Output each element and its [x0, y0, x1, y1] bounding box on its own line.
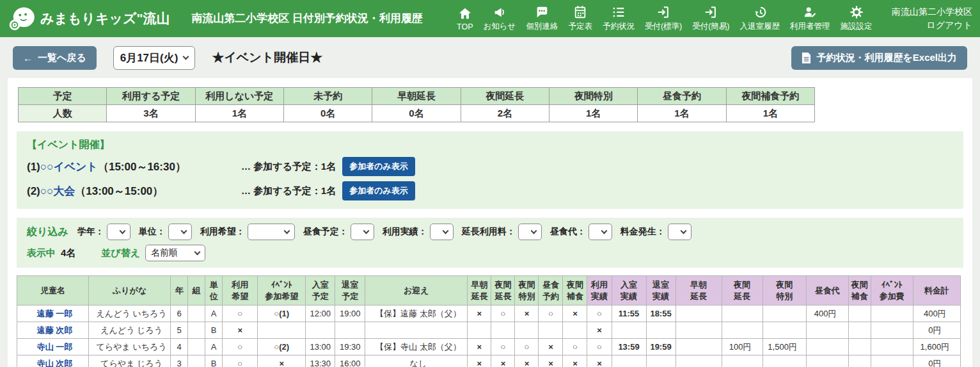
nav-item-利用者管理[interactable]: 利用者管理	[785, 5, 835, 32]
table-cell: えんどう いちろう	[89, 306, 171, 322]
column-header: 昼食代	[806, 276, 848, 306]
nav-item-入退室履歴[interactable]: 入退室履歴	[735, 5, 786, 32]
table-cell	[491, 322, 515, 339]
back-to-list-button[interactable]: ← 一覧へ戻る	[13, 46, 97, 70]
child-name-link[interactable]: 寺山 次郎	[37, 359, 73, 367]
table-cell: 0円	[913, 355, 960, 367]
table-cell: ×	[468, 339, 491, 355]
summary-table: 予定利用する予定利用しない予定未予約早朝延長夜間延長夜間特別昼食予約夜間補食予約…	[18, 87, 815, 122]
nav-item-受付(簡易)[interactable]: 受付(簡易)	[687, 5, 734, 32]
snail-logo-icon	[8, 4, 36, 33]
filter-section: 絞り込み 学年：単位：利用希望：昼食予定：利用実績：延長利用料：昼食代：料金発生…	[17, 218, 963, 268]
toolbar: ← 一覧へ戻る 6月17日(火) ★イベント開催日★ 予約状況・利用履歴をExc…	[0, 37, 980, 78]
excel-export-button[interactable]: 予約状況・利用履歴をExcel出力	[791, 46, 967, 70]
summary-header-row: 予定利用する予定利用しない予定未予約早朝延長夜間延長夜間特別昼食予約夜間補食予約	[19, 88, 815, 105]
filter-select[interactable]	[107, 224, 130, 240]
column-header: 退室 実績	[646, 276, 676, 306]
nav-item-予約状況[interactable]: 予約状況	[597, 5, 640, 32]
main-nav: TOPお知らせ個別連絡予定表予約状況受付(標準)受付(簡易)入退室履歴利用者管理…	[452, 5, 892, 32]
table-cell	[871, 355, 913, 367]
filter-field-label: 料金発生：	[620, 226, 665, 238]
show-participants-button[interactable]: 参加者のみ表示	[342, 181, 415, 200]
table-cell	[806, 339, 848, 355]
table-cell	[515, 322, 539, 339]
table-cell	[676, 306, 722, 322]
table-cell: 13:59	[612, 339, 646, 355]
event-item-heading: (2)○○大会（13:00～15:00）	[27, 184, 241, 199]
home-icon	[458, 6, 472, 20]
table-cell	[335, 322, 365, 339]
filter-field: 昼食予定：	[303, 224, 374, 240]
chevron-down-icon	[601, 228, 607, 234]
table-cell: ×	[468, 306, 491, 322]
date-select-value: 6月17日(火)	[120, 51, 178, 65]
column-header: 早朝 延長	[468, 276, 491, 306]
app-logo[interactable]: みまもりキッズ"流山	[8, 4, 171, 33]
sort-select[interactable]: 名前順	[145, 245, 205, 261]
column-header: ふりがな	[89, 276, 171, 306]
table-row: 遠藤 一郎えんどう いちろう6A○○(1)12:0019:00【保】遠藤 太郎（…	[17, 306, 961, 322]
logout-link[interactable]: ログアウト	[892, 19, 972, 32]
summary-row-label: 人数	[19, 105, 107, 122]
child-name-cell: 遠藤 次郎	[17, 322, 89, 339]
chevron-down-icon	[530, 228, 537, 234]
summary-value-cell: 0名	[283, 105, 372, 122]
event-name-link[interactable]: ○○大会	[40, 185, 75, 197]
nav-item-お知らせ[interactable]: お知らせ	[478, 5, 521, 32]
table-cell: 4	[171, 339, 188, 355]
nav-item-予定表[interactable]: 予定表	[563, 5, 597, 32]
table-cell	[563, 322, 587, 339]
nav-item-label: 受付(標準)	[645, 21, 682, 32]
event-day-label: ★イベント開催日★	[212, 49, 322, 66]
column-header: 入室 実績	[612, 276, 646, 306]
table-cell	[676, 322, 722, 339]
column-header: 年	[171, 276, 188, 306]
nav-item-施設設定[interactable]: 施設設定	[835, 5, 878, 32]
child-name-link[interactable]: 遠藤 一郎	[37, 309, 73, 318]
table-cell: 16:00	[335, 355, 365, 367]
document-icon	[802, 53, 811, 63]
child-name-link[interactable]: 寺山 一郎	[37, 342, 73, 352]
filter-select[interactable]	[518, 224, 542, 240]
date-select[interactable]: 6月17日(火)	[113, 46, 196, 70]
nav-item-受付(標準)[interactable]: 受付(標準)	[640, 5, 687, 32]
summary-header-cell: 夜間補食予約	[726, 88, 814, 105]
filter-select[interactable]	[668, 224, 692, 240]
column-header: 昼食 予約	[539, 276, 563, 306]
filter-select[interactable]	[168, 224, 192, 240]
table-cell	[676, 339, 722, 355]
table-header-row: 児童名ふりがな年組単 位利用 希望ｲﾍﾞﾝﾄ 参加希望入室 予定退室 予定お迎え…	[17, 276, 961, 306]
attendance-table: 児童名ふりがな年組単 位利用 希望ｲﾍﾞﾝﾄ 参加希望入室 予定退室 予定お迎え…	[17, 275, 961, 367]
filter-field-label: 学年：	[77, 226, 104, 238]
chevron-down-icon	[442, 228, 448, 234]
summary-header-cell: 利用しない予定	[195, 88, 283, 105]
event-join-text: … 参加する予定：1名	[241, 185, 336, 197]
column-header: 入室 予定	[306, 276, 335, 306]
column-header: 夜間 補食	[848, 276, 871, 306]
table-cell: 18:55	[646, 306, 676, 322]
event-item: (2)○○大会（13:00～15:00）… 参加する予定：1名参加者のみ表示	[27, 181, 953, 200]
event-name-link[interactable]: ○○イベント	[40, 161, 98, 173]
filter-select[interactable]	[248, 224, 295, 240]
summary-value-cell: 1名	[195, 105, 283, 122]
table-cell: 400円	[913, 306, 960, 322]
chevron-down-icon	[283, 228, 290, 234]
nav-item-個別連絡[interactable]: 個別連絡	[521, 5, 563, 32]
column-header: 児童名	[17, 276, 89, 306]
filter-select[interactable]	[351, 224, 374, 240]
table-cell: ×	[223, 322, 258, 339]
nav-item-label: 入退室履歴	[740, 21, 780, 32]
table-cell: 100円	[722, 339, 763, 355]
chevron-down-icon	[363, 228, 369, 234]
table-row: 遠藤 次郎えんどう じろう5B××0円	[17, 322, 961, 339]
nav-item-TOP[interactable]: TOP	[452, 6, 478, 31]
table-cell	[188, 339, 205, 355]
sort-select-value: 名前順	[151, 247, 178, 259]
table-cell: えんどう じろう	[89, 322, 171, 339]
event-time: （13:00～15:00）	[75, 185, 163, 197]
child-name-link[interactable]: 遠藤 次郎	[37, 325, 73, 335]
show-participants-button[interactable]: 参加者のみ表示	[342, 157, 415, 176]
summary-value-cell: 3名	[107, 105, 195, 122]
filter-select[interactable]	[430, 224, 454, 240]
filter-select[interactable]	[589, 224, 612, 240]
